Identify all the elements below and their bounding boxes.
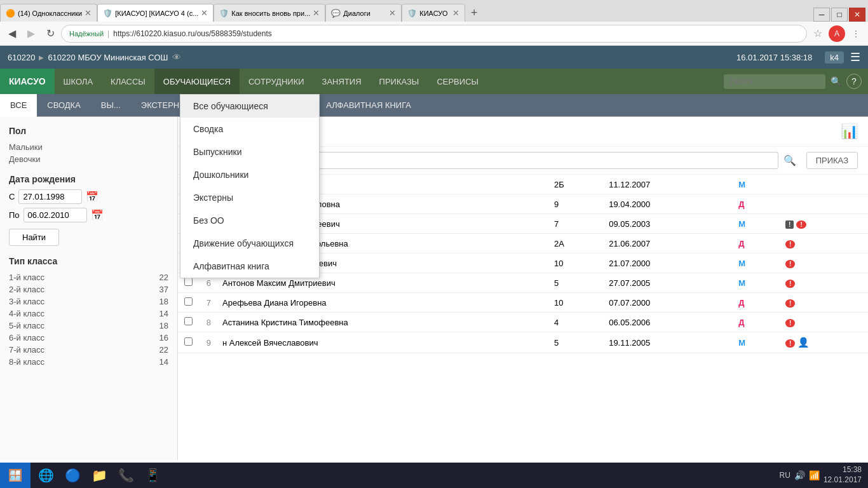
search-icon[interactable]: 🔍: [831, 76, 841, 86]
tab-bar: 🟠 (14) Одноклассники ✕ 🛡️ [КИАСУО] [КИАС…: [0, 0, 868, 22]
tab-title-5: КИАСУО: [419, 10, 450, 17]
search-input[interactable]: [724, 74, 825, 89]
dropdown-item-graduates[interactable]: Выпускники: [180, 140, 319, 163]
dropdown-menu: Все обучающиеся Сводка Выпускники Дошкол…: [180, 94, 320, 278]
main-nav: КИАСУО ШКОЛА КЛАССЫ ОБУЧАЮЩИЕСЯ СОТРУДНИ…: [0, 69, 868, 94]
school-name[interactable]: 610220 МБОУ Мининская СОШ: [48, 53, 168, 62]
clock-date: 12.01.2017: [824, 475, 862, 485]
tab-close-icon-5[interactable]: ✕: [452, 8, 459, 18]
tab-odnoklassniki[interactable]: 🟠 (14) Одноклассники ✕: [0, 4, 97, 22]
taskbar: 🪟 🌐 🔵 📁 📞 📱 RU 🔊 📶 15:38 12.01.2017: [0, 463, 868, 488]
new-tab-btn[interactable]: +: [465, 4, 483, 22]
task-items: 🌐 🔵 📁 📞 📱: [31, 464, 773, 486]
browser-window: 🟠 (14) Одноклассники ✕ 🛡️ [КИАСУО] [КИАС…: [0, 0, 868, 46]
taskbar-ie[interactable]: 🌐: [33, 464, 58, 486]
volume-icon[interactable]: 🔊: [794, 470, 805, 480]
nav-item-lessons[interactable]: ЗАНЯТИЯ: [313, 69, 370, 94]
breadcrumb: 610220 ▶ 610220 МБОУ Мининская СОШ 👁: [8, 52, 736, 62]
nav-item-school[interactable]: ШКОЛА: [55, 69, 102, 94]
nav-items: ШКОЛА КЛАССЫ ОБУЧАЮЩИЕСЯ СОТРУДНИКИ ЗАНЯ…: [55, 69, 717, 94]
clock-time: 15:38: [824, 465, 862, 475]
back-btn[interactable]: ◀: [4, 25, 20, 42]
school-code[interactable]: 610220: [8, 53, 35, 62]
tab-favicon: 🟠: [6, 9, 15, 18]
eye-icon[interactable]: 👁: [172, 52, 181, 62]
address-bar[interactable]: Надёжный | https://610220.kiasuo.ru/ous/…: [61, 25, 807, 43]
taskbar-chrome[interactable]: 🔵: [60, 464, 85, 486]
taskbar-viber[interactable]: 📞: [113, 464, 139, 486]
nav-item-students[interactable]: ОБУЧАЮЩИЕСЯ: [154, 69, 240, 94]
bookmark-btn[interactable]: ☆: [810, 25, 826, 42]
tab-title-2: [КИАСУО] [КИАСУО 4 (с...: [115, 10, 198, 17]
nav-bar: ◀ ▶ ↻ Надёжный | https://610220.kiasuo.r…: [0, 22, 868, 46]
window-controls: ─ □ ✕: [813, 8, 865, 22]
content-area: Пол Мальики Девочки Дата рождения С 📅 По…: [0, 117, 868, 460]
dropdown-item-summary[interactable]: Сводка: [180, 118, 319, 140]
tab-close-icon[interactable]: ✕: [85, 8, 92, 18]
help-button[interactable]: ?: [846, 74, 862, 89]
tab-how-to[interactable]: 🛡️ Как вносить вновь при... ✕: [214, 4, 325, 22]
tab-title-3: Как вносить вновь при...: [231, 10, 310, 17]
lang-indicator[interactable]: RU: [780, 471, 790, 480]
tab-favicon-4: 💬: [331, 9, 341, 18]
logo[interactable]: КИАСУО: [0, 69, 55, 94]
tab-favicon-3: 🛡️: [219, 9, 229, 18]
network-icon[interactable]: 📶: [809, 470, 820, 480]
minimize-btn[interactable]: ─: [813, 8, 830, 22]
tab-title-4: Диалоги: [343, 10, 386, 17]
tab-favicon-2: 🛡️: [103, 9, 112, 18]
sys-tray: RU 🔊 📶 15:38 12.01.2017: [773, 465, 868, 485]
sub-item-graduates[interactable]: ВЫ...: [91, 94, 131, 117]
tab-close-icon-4[interactable]: ✕: [389, 8, 396, 18]
hamburger-icon[interactable]: ☰: [850, 50, 860, 64]
sub-nav: ВСЕ СВОДКА ВЫ... ЭКСТЕРНЫ БЕЗ ОО ДВИЖЕНИ…: [0, 94, 868, 117]
windows-icon: 🪟: [8, 468, 22, 482]
start-button[interactable]: 🪟: [0, 463, 31, 488]
nav-item-classes[interactable]: КЛАССЫ: [102, 69, 154, 94]
tab-favicon-5: 🛡️: [407, 9, 417, 18]
tab-dialogi[interactable]: 💬 Диалоги ✕: [325, 4, 402, 22]
breadcrumb-arrow: ▶: [39, 54, 44, 61]
tab-close-icon-2[interactable]: ✕: [201, 8, 208, 18]
forward-btn[interactable]: ▶: [23, 25, 39, 42]
separator: |: [107, 29, 109, 38]
taskbar-mobile[interactable]: 📱: [140, 464, 165, 486]
maximize-btn[interactable]: □: [831, 8, 848, 22]
taskbar-explorer[interactable]: 📁: [86, 464, 112, 486]
secure-label: Надёжный: [69, 30, 104, 37]
dropdown-item-without-oo[interactable]: Без ОО: [180, 209, 319, 232]
profile-icon[interactable]: A: [829, 25, 845, 42]
dropdown-item-all[interactable]: Все обучающиеся: [180, 95, 319, 118]
tab-title: (14) Одноклассники: [18, 10, 82, 17]
extensions-btn[interactable]: ⋮: [848, 25, 864, 42]
dropdown-item-externals[interactable]: Экстерны: [180, 186, 319, 209]
dropdown-item-alphabet[interactable]: Алфавитная книга: [180, 255, 319, 278]
dropdown-item-movement[interactable]: Движение обучающихся: [180, 232, 319, 255]
tab-close-icon-3[interactable]: ✕: [313, 8, 320, 18]
search-area: 🔍 ?: [717, 74, 868, 89]
tab-kiasuo-active[interactable]: 🛡️ [КИАСУО] [КИАСУО 4 (с... ✕: [97, 4, 214, 22]
nav-item-staff[interactable]: СОТРУДНИКИ: [240, 69, 313, 94]
tab-kiasuo-5[interactable]: 🛡️ КИАСУО ✕: [402, 4, 465, 22]
sub-item-summary[interactable]: СВОДКА: [37, 94, 91, 117]
reload-btn[interactable]: ↻: [42, 25, 58, 42]
url-text: https://610220.kiasuo.ru/ous/5888359/stu…: [113, 29, 272, 38]
datetime: 16.01.2017 15:38:18: [736, 53, 812, 62]
nav-item-orders[interactable]: ПРИКАЗЫ: [370, 69, 428, 94]
app-header: 610220 ▶ 610220 МБОУ Мининская СОШ 👁 16.…: [0, 46, 868, 69]
dropdown-overlay[interactable]: [0, 117, 868, 460]
user-badge: k4: [825, 51, 844, 64]
clock: 15:38 12.01.2017: [824, 465, 862, 485]
sub-item-all[interactable]: ВСЕ: [0, 94, 37, 117]
dropdown-item-preschool[interactable]: Дошкольники: [180, 163, 319, 186]
nav-item-services[interactable]: СЕРВИСЫ: [428, 69, 487, 94]
sub-item-alphabet[interactable]: АЛФАВИТНАЯ КНИГА: [316, 94, 421, 117]
close-btn[interactable]: ✕: [849, 8, 865, 22]
